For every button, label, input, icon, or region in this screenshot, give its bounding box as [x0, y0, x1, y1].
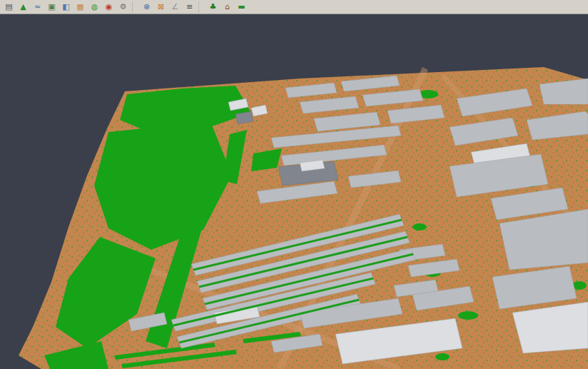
ground-classification-icon[interactable]: ▬: [235, 1, 248, 14]
viewport-3d[interactable]: [0, 14, 588, 369]
application-window: ▤▲≈▣◧▦◍◉⚙⊗⊠∠≡♣⌂▬: [0, 0, 588, 369]
tree-classification-icon[interactable]: ♣: [206, 1, 220, 14]
settings-icon[interactable]: ⚙: [116, 1, 130, 14]
texture-layer-icon[interactable]: ▦: [74, 1, 87, 14]
ortho-layer-icon[interactable]: ▣: [45, 1, 59, 14]
toolbar: ▤▲≈▣◧▦◍◉⚙⊗⊠∠≡♣⌂▬: [0, 0, 588, 14]
terrain-view-icon[interactable]: ▲: [16, 1, 30, 14]
open-icon[interactable]: ▤: [2, 1, 16, 14]
toolbar-separator: [132, 1, 138, 13]
toolbar-separator: [198, 1, 204, 13]
reset-view-icon[interactable]: ⊗: [140, 1, 153, 14]
water-layer-icon[interactable]: ≈: [31, 1, 44, 14]
building-classification-icon[interactable]: ⌂: [220, 1, 234, 14]
globe-icon[interactable]: ◍: [88, 1, 101, 14]
layers-icon[interactable]: ≡: [183, 1, 196, 14]
measure-icon[interactable]: ∠: [168, 1, 182, 14]
crop-region-icon[interactable]: ⊠: [154, 1, 168, 14]
scene-canvas[interactable]: [0, 14, 588, 369]
dem-layer-icon[interactable]: ◧: [59, 1, 73, 14]
marker-icon[interactable]: ◉: [102, 1, 116, 14]
